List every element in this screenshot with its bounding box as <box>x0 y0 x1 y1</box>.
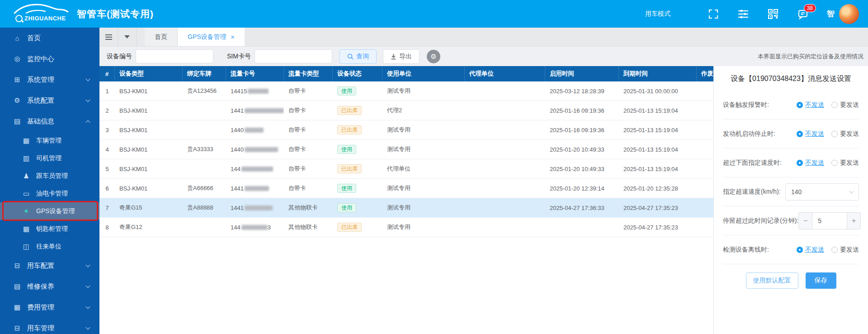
status-badge: 使用 <box>337 184 356 193</box>
radio-unselected-icon[interactable] <box>831 102 838 108</box>
sidebar-item-partner[interactable]: ◫往来单位 <box>0 238 99 255</box>
radio-option-要发送[interactable]: 要发送 <box>831 159 859 167</box>
sidebar-item-maintenance[interactable]: ▤维修保养 <box>0 276 99 297</box>
collapse-menu-icon[interactable] <box>99 28 118 46</box>
cell-status: 使用 <box>333 198 382 217</box>
close-tab-icon[interactable]: × <box>231 33 235 41</box>
radio-option-不发送[interactable]: 不发送 <box>797 130 824 138</box>
filter-settings-icon[interactable] <box>737 8 749 20</box>
driver-icon: ▥ <box>22 154 31 162</box>
export-button[interactable]: 导出 <box>383 49 420 64</box>
cell-index: 2 <box>99 101 115 120</box>
stepper-decrease-button[interactable]: − <box>798 212 812 229</box>
sidebar-item-config[interactable]: ⚙系统配置 <box>0 90 99 111</box>
radio-unselected-icon[interactable] <box>831 160 838 166</box>
status-badge: 使用 <box>337 203 356 212</box>
cell-sim-number: 1441 <box>226 179 284 198</box>
sidebar-item-expense[interactable]: ▦费用管理 <box>0 297 99 318</box>
radio-unselected-icon[interactable] <box>831 131 838 137</box>
table-row[interactable]: 6BSJ-KM01贵A666661441自带卡使用测试专用2025-01-20 … <box>99 179 713 198</box>
radio-option-不发送[interactable]: 不发送 <box>797 159 824 167</box>
cell-end-time: 2025-01-13 15:19:04 <box>619 159 697 178</box>
expense-icon: ▦ <box>13 303 22 311</box>
sidebar-item-car-config[interactable]: ⊟用车配置 <box>0 255 99 276</box>
radio-unselected-icon[interactable] <box>831 247 838 253</box>
cell-plate <box>183 218 226 237</box>
tab-dropdown-icon[interactable] <box>118 28 137 46</box>
cell-device-type: BSJ-KM01 <box>115 179 183 198</box>
user-avatar[interactable] <box>839 4 859 24</box>
device-no-input[interactable] <box>136 49 213 63</box>
sidebar-item-gps[interactable]: ✶GPS设备管理 <box>0 202 99 220</box>
column-settings-button[interactable]: ⚙ <box>427 50 440 63</box>
cell-use-unit: 测试专用 <box>382 179 465 198</box>
status-badge: 已出库 <box>337 223 362 232</box>
radio-selected-icon[interactable] <box>797 247 803 253</box>
radio-selected-icon[interactable] <box>797 102 803 108</box>
column-header: 代理单位 <box>465 66 545 81</box>
sim-no-input[interactable] <box>255 49 332 63</box>
message-count-badge: 38 <box>804 4 816 12</box>
cell-agent-unit <box>465 218 545 237</box>
table-row[interactable]: 8奇果G121443其他物联卡已出库测试专用2025-04-27 17:35:2… <box>99 218 713 237</box>
status-badge: 已出库 <box>337 106 362 115</box>
radio-selected-icon[interactable] <box>797 131 803 137</box>
cell-agent-unit <box>465 120 545 139</box>
sidebar-item-follower[interactable]: ♟跟车员管理 <box>0 167 99 185</box>
table-row[interactable]: 7奇果G15贵A888881441其他物联卡使用测试专用2025-04-27 1… <box>99 198 713 218</box>
radio-option-要发送[interactable]: 要发送 <box>831 130 859 138</box>
sim-visible-prefix: 14415 <box>231 88 247 95</box>
stay-time-stepper: −5+ <box>798 212 861 229</box>
sidebar-item-label: 油电卡管理 <box>36 190 68 198</box>
radio-option-label: 不发送 <box>805 246 824 254</box>
sidebar-item-monitor-center[interactable]: ◎监控中心 <box>0 48 99 69</box>
sidebar-item-base-info[interactable]: ▤基础信息 <box>0 111 99 132</box>
radio-group: 不发送要发送 <box>797 101 859 109</box>
cell-end-time: 2025-01-13 15:19:04 <box>619 120 697 139</box>
table-row[interactable]: 2BSJ-KM011441自带卡已出库代理22025-01-16 09:19:3… <box>99 101 713 120</box>
chevron-down-icon <box>86 263 90 267</box>
use-default-config-button[interactable]: 使用默认配置 <box>746 272 798 289</box>
tab-GPS设备管理[interactable]: GPS设备管理× <box>178 28 245 46</box>
sidebar-item-system[interactable]: ⊞系统管理 <box>0 69 99 90</box>
column-header: 流量卡号 <box>226 66 284 81</box>
cell-index: 8 <box>99 218 115 237</box>
vehicle-mode-link[interactable]: 用车模式 <box>645 10 670 18</box>
query-button[interactable]: 查询 <box>340 49 377 64</box>
table-row[interactable]: 4BSJ-KM01贵A333331440自带卡使用测试专用2025-01-20 … <box>99 140 713 159</box>
sidebar-item-home[interactable]: ⌂首页 <box>0 28 99 48</box>
radio-option-要发送[interactable]: 要发送 <box>831 101 859 109</box>
messages-icon[interactable]: 38 <box>797 8 809 20</box>
sidebar-item-fuel-card[interactable]: ▭油电卡管理 <box>0 185 99 202</box>
sidebar-item-key-cabinet[interactable]: ▦钥匙柜管理 <box>0 220 99 238</box>
stepper-value[interactable]: 5 <box>812 212 847 229</box>
cell-plate: 贵A123456 <box>183 81 226 100</box>
radio-selected-icon[interactable] <box>797 160 803 166</box>
radio-group: 不发送要发送 <box>797 246 859 254</box>
fullscreen-icon[interactable] <box>708 8 719 20</box>
radio-option-要发送[interactable]: 要发送 <box>831 246 859 254</box>
overspeed-select[interactable]: 140 <box>785 183 859 200</box>
cell-card-type: 自带卡 <box>284 179 333 198</box>
sidebar-item-driver[interactable]: ▥司机管理 <box>0 149 99 167</box>
save-button[interactable]: 保存 <box>806 272 836 289</box>
cell-index: 5 <box>99 159 115 178</box>
status-badge: 已出库 <box>337 164 362 173</box>
radio-option-不发送[interactable]: 不发送 <box>797 101 824 109</box>
home-icon: ⌂ <box>13 34 22 42</box>
sidebar-item-car-mgmt[interactable]: ⊟用车管理 <box>0 318 99 334</box>
radio-option-不发送[interactable]: 不发送 <box>797 246 824 254</box>
cell-end-time: 2025-01-31 00:00:00 <box>619 81 697 100</box>
table-row[interactable]: 1BSJ-KM01贵A12345614415自带卡使用测试专用2025-03-1… <box>99 81 713 101</box>
table-row[interactable]: 5BSJ-KM01144自带卡已出库代理单位2025-01-20 10:49:3… <box>99 159 713 179</box>
stepper-increase-button[interactable]: + <box>847 212 861 229</box>
tab-label: 首页 <box>155 33 167 41</box>
qr-code-icon[interactable] <box>767 8 779 20</box>
chevron-up-icon <box>86 120 90 125</box>
cell-device-type: BSJ-KM01 <box>115 140 183 159</box>
table-row[interactable]: 3BSJ-KM011440自带卡已出库测试专用2025-01-16 09:19:… <box>99 120 713 140</box>
panel-title: 设备【019070348423】消息发送设置 <box>723 67 859 91</box>
tab-首页[interactable]: 首页 <box>145 28 178 46</box>
app-title: 智管车(测试专用) <box>77 8 154 20</box>
sidebar-item-vehicle[interactable]: ▦车辆管理 <box>0 132 99 149</box>
